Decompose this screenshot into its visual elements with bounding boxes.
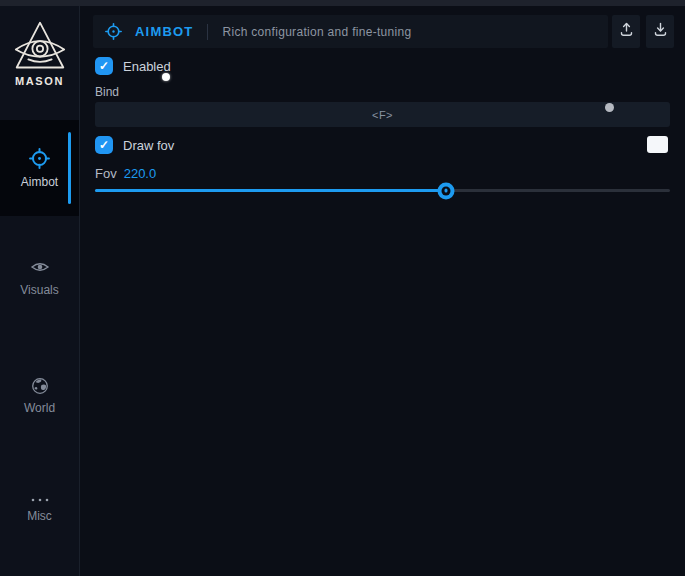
download-icon: [653, 22, 668, 41]
sidebar-item-misc[interactable]: Misc: [0, 497, 79, 523]
page-title: AIMBOT: [135, 24, 193, 39]
draw-fov-label: Draw fov: [123, 138, 174, 153]
cursor-dot: [605, 103, 614, 112]
upload-icon: [619, 22, 634, 41]
sidebar-item-label: World: [24, 401, 55, 415]
draw-fov-row: Draw fov: [95, 136, 174, 154]
enabled-label: Enabled: [123, 59, 171, 74]
draw-fov-checkbox[interactable]: [95, 136, 113, 154]
bind-label: Bind: [95, 85, 119, 99]
logo-text: MASON: [0, 75, 79, 87]
fov-color-swatch[interactable]: [647, 136, 668, 153]
crosshair-icon: [105, 23, 122, 40]
slider-thumb-dot: [444, 189, 448, 193]
slider-thumb-inner: [441, 186, 450, 195]
bind-key-input[interactable]: [95, 102, 670, 127]
sidebar-item-label: Misc: [27, 509, 52, 523]
eye-pyramid-icon: [0, 20, 79, 72]
cursor-dot: [162, 73, 170, 81]
enabled-checkbox[interactable]: [95, 57, 113, 75]
fov-value: 220.0: [124, 166, 157, 181]
sidebar-item-aimbot[interactable]: Aimbot: [0, 120, 79, 216]
ellipsis-icon: [30, 497, 50, 503]
page-subtitle: Rich configuration and fine-tuning: [222, 25, 411, 39]
sidebar-item-label: Aimbot: [21, 175, 58, 189]
header-divider: [207, 24, 208, 40]
mason-logo: MASON: [0, 20, 79, 87]
upload-config-button[interactable]: [612, 15, 640, 48]
fov-slider-fill: [95, 189, 446, 192]
crosshair-icon: [29, 148, 50, 169]
active-tab-indicator: [68, 132, 71, 204]
download-config-button[interactable]: [646, 15, 674, 48]
fov-value-row: Fov 220.0: [95, 166, 156, 181]
fov-slider[interactable]: [95, 182, 670, 199]
fov-label: Fov: [95, 166, 117, 181]
window-top-strip: [0, 0, 685, 6]
eye-icon: [30, 257, 50, 277]
sidebar-item-visuals[interactable]: Visuals: [0, 257, 79, 297]
enabled-row: Enabled: [95, 57, 171, 75]
fov-slider-thumb[interactable]: [437, 182, 454, 199]
sidebar-item-label: Visuals: [20, 283, 58, 297]
sidebar-item-world[interactable]: World: [0, 377, 79, 415]
sidebar: MASON Aimbot Visuals: [0, 6, 80, 576]
page-header: AIMBOT Rich configuration and fine-tunin…: [93, 15, 608, 48]
globe-icon: [31, 377, 49, 395]
